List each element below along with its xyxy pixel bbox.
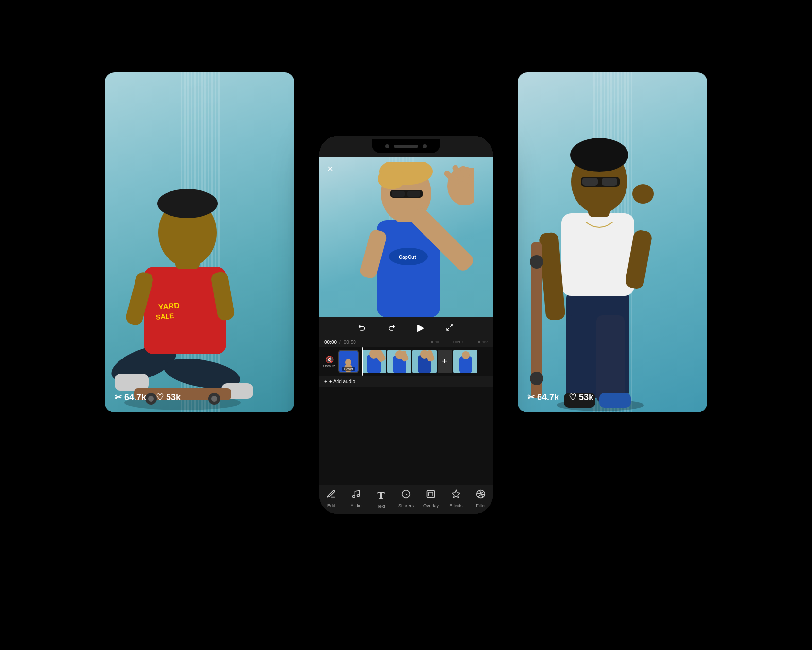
add-audio-button[interactable]: + + Add audio — [319, 376, 493, 387]
left-likes-stat: ♡ 53k — [156, 392, 181, 403]
add-clip-button[interactable]: + — [438, 350, 452, 373]
svg-line-56 — [447, 328, 449, 330]
svg-rect-20 — [566, 315, 594, 403]
right-card-stats: ✂ 64.7k ♡ 53k — [527, 392, 593, 403]
cover-button[interactable]: Cover — [338, 350, 359, 373]
svg-point-74 — [462, 351, 470, 359]
left-likes-value: 53k — [166, 393, 181, 403]
clip-thumb-4[interactable] — [453, 350, 477, 373]
svg-rect-29 — [582, 178, 598, 186]
left-person-svg: YARD SALE — [105, 121, 270, 412]
toolbar-stickers[interactable]: Stickers — [395, 489, 417, 508]
svg-rect-30 — [602, 178, 617, 186]
svg-rect-79 — [429, 492, 433, 496]
total-time: 00:50 — [344, 340, 356, 345]
heart-icon-right: ♡ — [569, 392, 576, 403]
playback-controls: ▶ — [319, 317, 493, 338]
overlay-icon — [426, 489, 436, 501]
toolbar-text[interactable]: T Text — [370, 489, 392, 509]
text-label: Text — [377, 504, 385, 509]
overlay-label: Overlay — [423, 503, 439, 508]
add-audio-label: + Add audio — [329, 379, 355, 384]
scissors-icon-right: ✂ — [527, 392, 535, 403]
left-background-card: YARD SALE ✂ 64.7k — [105, 72, 294, 412]
time-separator: / — [339, 340, 341, 345]
clip-thumb-3[interactable] — [412, 350, 437, 373]
toolbar-effects[interactable]: Effects — [445, 489, 467, 508]
right-person-svg — [518, 97, 683, 412]
redo-button[interactable] — [384, 320, 399, 335]
right-likes-value: 53k — [579, 393, 593, 403]
clip-strip: + — [362, 350, 489, 373]
svg-line-55 — [450, 325, 453, 327]
empty-timeline-area — [319, 387, 493, 485]
audio-label: Audio — [351, 503, 362, 508]
sensor-dot — [423, 144, 427, 148]
right-cuts-stat: ✂ 64.7k — [527, 392, 559, 403]
camera-dot — [385, 144, 389, 148]
svg-point-33 — [530, 255, 543, 269]
svg-rect-21 — [596, 315, 625, 403]
edit-label: Edit — [327, 503, 335, 508]
text-icon: T — [377, 489, 385, 502]
svg-point-76 — [357, 495, 360, 497]
svg-rect-45 — [392, 191, 405, 197]
stickers-label: Stickers — [398, 503, 414, 508]
main-scene: YARD SALE ✂ 64.7k — [115, 58, 697, 592]
marker-1: 00:01 — [453, 340, 464, 345]
scissors-icon: ✂ — [115, 392, 122, 403]
toolbar-overlay[interactable]: Overlay — [420, 489, 442, 508]
toolbar-audio[interactable]: Audio — [345, 489, 367, 508]
stickers-icon — [401, 489, 411, 501]
effects-label: Effects — [449, 503, 462, 508]
toolbar-edit[interactable]: Edit — [320, 489, 342, 508]
svg-point-36 — [632, 184, 654, 204]
video-preview: × CapCut — [319, 157, 493, 317]
svg-point-17 — [211, 396, 217, 402]
filter-label: Filter — [476, 503, 486, 508]
undo-button[interactable] — [355, 320, 370, 335]
close-button[interactable]: × — [323, 162, 337, 175]
play-button[interactable]: ▶ — [413, 320, 428, 335]
svg-point-27 — [570, 138, 628, 172]
marker-2: 00:02 — [476, 340, 488, 345]
right-cuts-value: 64.7k — [537, 393, 559, 403]
speaker-bar — [394, 145, 418, 148]
speaker-icon: 🔇 — [325, 356, 334, 363]
svg-point-75 — [353, 496, 355, 498]
unmute-label: Unmute — [323, 364, 336, 368]
svg-marker-80 — [452, 490, 460, 498]
phone-notch-area — [319, 136, 493, 157]
svg-point-43 — [378, 168, 405, 189]
phone-screen: × CapCut — [319, 157, 493, 514]
svg-rect-46 — [407, 191, 420, 197]
video-person-svg: CapCut — [338, 162, 474, 317]
svg-text:SALE: SALE — [155, 312, 174, 321]
right-background-card: ✂ 64.7k ♡ 53k — [518, 72, 707, 412]
toolbar-filter[interactable]: Filter — [470, 489, 492, 508]
bottom-toolbar: Edit Audio T Text — [319, 485, 493, 514]
time-display: 00:00 / 00:50 00:00 00:01 00:02 — [319, 338, 493, 347]
svg-rect-78 — [427, 491, 435, 498]
clip-thumb-2[interactable] — [387, 350, 411, 373]
heart-icon-left: ♡ — [156, 392, 164, 403]
left-card-stats: ✂ 64.7k ♡ 53k — [115, 392, 181, 403]
svg-text:CapCut: CapCut — [399, 255, 416, 260]
current-time: 00:00 — [324, 340, 337, 345]
fullscreen-button[interactable] — [442, 320, 457, 335]
left-cuts-stat: ✂ 64.7k — [115, 392, 146, 403]
audio-icon — [351, 489, 361, 501]
clip-thumb-1[interactable] — [362, 350, 386, 373]
svg-rect-24 — [561, 213, 634, 296]
plus-icon-audio: + — [324, 379, 327, 384]
effects-icon — [451, 489, 461, 501]
phone-device: × CapCut — [319, 136, 493, 514]
left-cuts-value: 64.7k — [124, 393, 146, 403]
svg-rect-3 — [115, 374, 149, 391]
toolbar-items-container: Edit Audio T Text — [319, 489, 493, 509]
svg-point-59 — [345, 359, 351, 366]
notch — [372, 139, 440, 153]
unmute-button[interactable]: 🔇 Unmute — [323, 356, 336, 368]
playhead — [362, 347, 363, 376]
svg-point-10 — [157, 189, 218, 218]
